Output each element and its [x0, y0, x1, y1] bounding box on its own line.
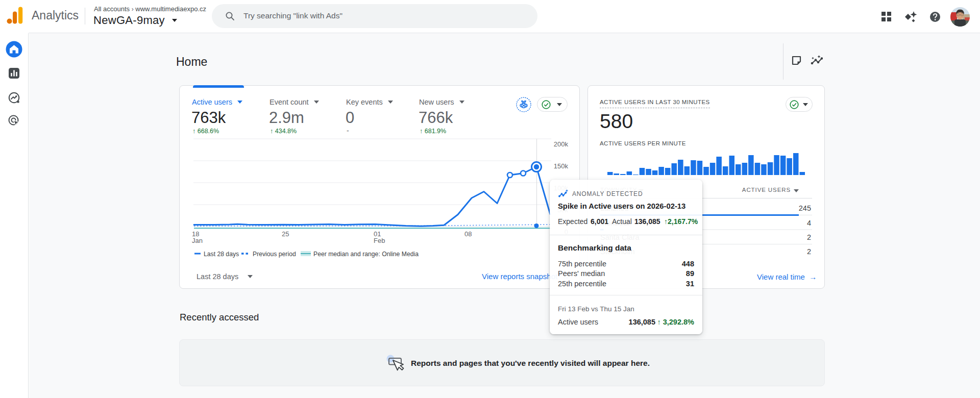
svg-text:25: 25 [282, 230, 289, 238]
svg-text:200k: 200k [554, 140, 569, 148]
svg-text:08: 08 [464, 230, 472, 238]
svg-text:2: 2 [807, 233, 811, 241]
svg-text:2: 2 [807, 247, 811, 256]
svg-text:245: 245 [799, 204, 811, 212]
svg-text:4: 4 [807, 219, 811, 227]
svg-text:Peer median and range: Online: Peer median and range: Online Media [313, 251, 419, 258]
svg-text:Last 28 days: Last 28 days [204, 251, 239, 258]
svg-text:Jan: Jan [192, 237, 203, 244]
svg-text:ACTIVE USERS: ACTIVE USERS [742, 187, 791, 193]
svg-text:150k: 150k [554, 162, 569, 170]
svg-text:Feb: Feb [374, 237, 385, 244]
svg-text:Previous period: Previous period [253, 251, 296, 258]
